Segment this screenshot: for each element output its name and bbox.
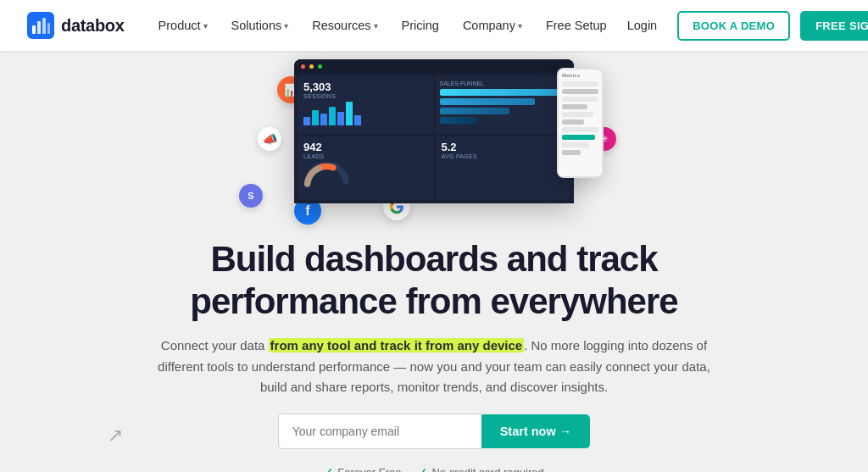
nav-item-solutions[interactable]: Solutions ▾: [221, 14, 299, 37]
dashboard-screen: 5,303 SESSIONS SALES FUNNEL: [294, 59, 574, 203]
metric-leads: 942 LEADS: [298, 136, 433, 201]
trust-badges: ✓ Forever Free ✓ No credit card required: [146, 466, 722, 472]
trust-item-free: ✓ Forever Free: [324, 466, 401, 472]
book-demo-button[interactable]: BOOK A DEMO: [677, 11, 790, 41]
nav-links: Product ▾ Solutions ▾ Resources ▾ Pricin…: [148, 14, 617, 37]
login-button[interactable]: Login: [617, 14, 667, 37]
email-input[interactable]: [278, 414, 481, 449]
nav-item-company[interactable]: Company ▾: [453, 14, 532, 37]
svg-rect-2: [37, 21, 41, 34]
trust-item-no-card: ✓ No credit card required: [418, 466, 543, 472]
nav-item-pricing[interactable]: Pricing: [392, 14, 449, 37]
chevron-icon: ▾: [518, 21, 522, 31]
hero-description: Connect your data from any tool and trac…: [146, 336, 722, 398]
nav-item-resources[interactable]: Resources ▾: [302, 14, 387, 37]
email-form: Start now →: [278, 414, 591, 449]
chevron-icon: ▾: [203, 21, 208, 31]
check-icon: ✓: [324, 466, 333, 472]
arrow-hint: ↗: [108, 425, 123, 447]
nav-right: Login BOOK A DEMO FREE SIGNUP: [617, 11, 868, 41]
hero-section: 📊 📣 S f ✳: [0, 51, 868, 472]
check-icon: ✓: [418, 466, 427, 472]
svg-rect-3: [42, 18, 46, 34]
nav-item-product[interactable]: Product ▾: [148, 14, 218, 37]
hero-text: Build dashboards and track performance f…: [112, 225, 756, 472]
metric-avg-pages: 5.2 AVG PAGES: [436, 136, 571, 201]
logo-icon: [27, 12, 54, 39]
chevron-icon: ▾: [284, 21, 288, 31]
brand-name: databox: [61, 16, 125, 36]
free-signup-button[interactable]: FREE SIGNUP: [800, 11, 868, 41]
start-now-button[interactable]: Start now →: [481, 414, 591, 448]
nav-item-free-setup[interactable]: Free Setup: [536, 14, 617, 37]
logo[interactable]: databox: [27, 12, 125, 39]
megaphone-icon: 📣: [258, 127, 281, 151]
dashboard-preview: 📊 📣 S f ✳: [231, 59, 637, 225]
hero-title: Build dashboards and track performance f…: [146, 238, 722, 324]
svg-rect-1: [32, 25, 36, 34]
metric-sessions: 5,303 SESSIONS: [298, 76, 433, 134]
chevron-icon: ▾: [374, 21, 378, 31]
stripe-icon: S: [239, 184, 263, 208]
svg-rect-4: [47, 23, 50, 34]
funnel-card: SALES FUNNEL: [436, 76, 571, 134]
phone-mockup: Metrics: [557, 68, 604, 178]
navbar: databox Product ▾ Solutions ▾ Resources …: [0, 0, 868, 51]
